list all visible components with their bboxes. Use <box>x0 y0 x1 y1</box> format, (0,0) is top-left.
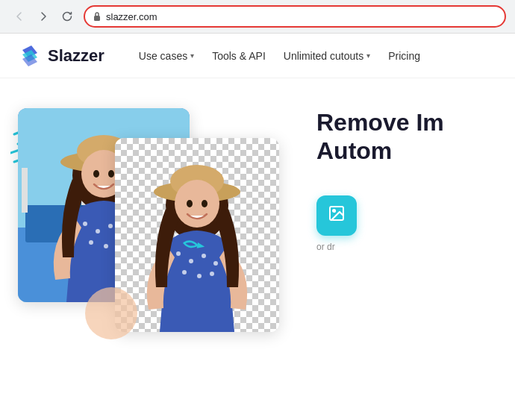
reload-button[interactable] <box>57 6 78 27</box>
hero-title-line2: Autom <box>316 137 497 165</box>
svg-point-31 <box>187 200 193 207</box>
address-bar[interactable]: slazzer.com <box>84 5 506 28</box>
nav-item-use-cases[interactable]: Use cases ▾ <box>131 46 202 66</box>
hero-title: Remove Im Autom <box>316 108 497 166</box>
svg-rect-0 <box>94 16 100 21</box>
svg-point-39 <box>210 272 214 276</box>
nav-label-pricing: Pricing <box>388 50 420 62</box>
chevron-use-cases: ▾ <box>190 51 194 60</box>
or-drop-text: or dr <box>316 242 335 252</box>
svg-point-21 <box>96 229 100 233</box>
site-content: Slazzer Use cases ▾ Tools & API Unlimite… <box>0 34 515 420</box>
logo-area[interactable]: Slazzer <box>18 44 104 68</box>
after-image <box>115 138 279 332</box>
upload-icon <box>328 204 346 227</box>
nav-item-pricing[interactable]: Pricing <box>381 46 428 66</box>
hero-text: Remove Im Autom or dr <box>302 101 497 252</box>
hero-title-line1: Remove Im <box>316 108 497 137</box>
svg-point-20 <box>83 222 87 226</box>
svg-rect-12 <box>22 168 28 213</box>
navbar: Slazzer Use cases ▾ Tools & API Unlimite… <box>0 34 515 78</box>
upload-button-area: or dr <box>316 195 497 252</box>
browser-toolbar: slazzer.com <box>0 0 515 33</box>
upload-button[interactable] <box>316 195 357 236</box>
browser-chrome: slazzer.com <box>0 0 515 34</box>
back-button[interactable] <box>9 6 30 27</box>
hero-section: Remove Im Autom or dr <box>0 78 515 420</box>
lock-icon <box>93 11 102 22</box>
svg-point-34 <box>189 259 193 263</box>
url-text: slazzer.com <box>106 11 157 22</box>
svg-point-36 <box>213 261 218 266</box>
svg-point-42 <box>333 210 335 212</box>
svg-point-22 <box>108 224 113 228</box>
deco-circle <box>85 287 137 339</box>
arrow-decoration <box>181 234 207 260</box>
nav-label-use-cases: Use cases <box>139 50 187 62</box>
nav-buttons <box>9 6 78 27</box>
nav-label-unlimited: Unlimited cutouts <box>284 50 363 62</box>
svg-marker-40 <box>197 242 205 250</box>
images-area <box>18 108 302 347</box>
svg-point-30 <box>175 180 219 228</box>
svg-point-24 <box>89 240 93 245</box>
nav-label-tools: Tools & API <box>212 50 266 62</box>
nav-item-unlimited[interactable]: Unlimited cutouts ▾ <box>276 46 378 66</box>
nav-links: Use cases ▾ Tools & API Unlimited cutout… <box>131 46 497 66</box>
svg-point-19 <box>108 170 114 178</box>
logo-text: Slazzer <box>48 46 104 66</box>
svg-point-37 <box>182 270 187 275</box>
logo-icon <box>18 44 42 68</box>
svg-point-32 <box>202 200 207 207</box>
svg-point-18 <box>93 170 99 178</box>
chevron-unlimited: ▾ <box>366 51 370 60</box>
svg-point-38 <box>197 274 202 278</box>
svg-point-25 <box>104 244 108 248</box>
nav-item-tools[interactable]: Tools & API <box>205 46 273 66</box>
forward-button[interactable] <box>33 6 54 27</box>
